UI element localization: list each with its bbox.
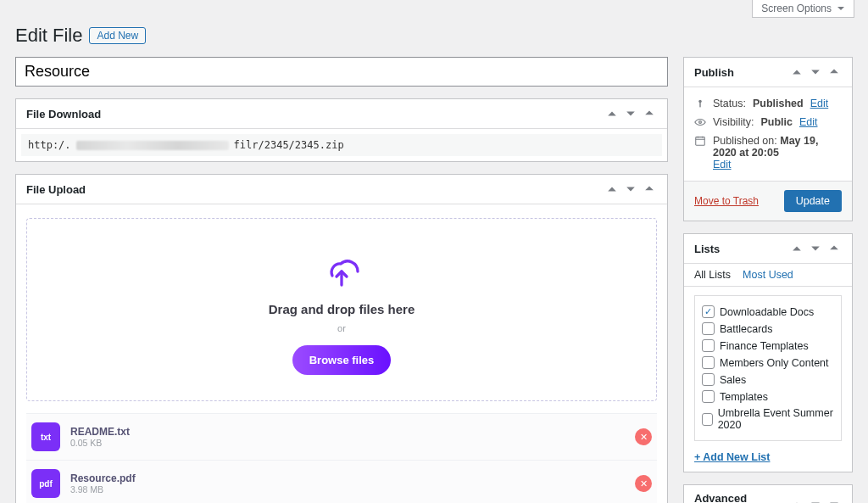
checkbox[interactable] (702, 413, 713, 426)
file-download-title: File Download (26, 108, 101, 120)
visibility-edit-link[interactable]: Edit (799, 116, 818, 128)
file-name: Resource.pdf (70, 472, 625, 484)
update-button[interactable]: Update (784, 190, 842, 212)
dropzone[interactable]: Drag and drop files here or Browse files (26, 218, 657, 401)
list-item: Finance Templates (702, 339, 834, 352)
published-edit-link[interactable]: Edit (713, 159, 732, 170)
checkbox[interactable] (702, 373, 715, 386)
list-item: Downloadable Docs (702, 305, 834, 318)
file-upload-title: File Upload (26, 183, 86, 196)
dropzone-text: Drag and drop files here (44, 302, 639, 316)
eye-icon (694, 116, 706, 128)
move-top-icon[interactable] (826, 64, 842, 80)
checkbox[interactable] (702, 305, 715, 318)
advanced-options-title: Advanced Options (694, 492, 789, 503)
file-type-badge: pdf (31, 469, 60, 498)
status-edit-link[interactable]: Edit (810, 98, 829, 109)
svg-rect-1 (699, 102, 700, 107)
screen-options-label: Screen Options (761, 3, 832, 14)
download-url: http:/. filr/2345/2345.zip (21, 134, 662, 156)
add-new-button[interactable]: Add New (89, 27, 146, 44)
file-delete-button[interactable]: ✕ (635, 428, 652, 445)
collapse-down-icon[interactable] (623, 182, 638, 197)
list-item: Members Only Content (702, 356, 834, 369)
page-title: Edit File (15, 25, 82, 47)
list-item: Battlecards (702, 322, 834, 335)
file-name: README.txt (70, 426, 625, 438)
list-item-label: Templates (720, 391, 768, 403)
title-input[interactable] (15, 57, 668, 87)
collapse-up-icon[interactable] (604, 106, 620, 121)
move-top-icon[interactable] (826, 241, 842, 256)
file-size: 0.05 KB (70, 438, 625, 448)
lists-title: Lists (694, 243, 720, 255)
collapse-up-icon[interactable] (789, 241, 804, 256)
browse-files-button[interactable]: Browse files (292, 345, 392, 375)
list-item: Templates (702, 390, 834, 403)
tab-most-used[interactable]: Most Used (743, 269, 793, 281)
move-top-icon[interactable] (642, 106, 657, 121)
advanced-options-box: Advanced Options (683, 484, 853, 503)
file-download-box: File Download http:/. filr/2345/2345.zip (15, 98, 668, 162)
toggle-icon[interactable] (826, 497, 842, 503)
list-item-label: Umbrella Event Summer 2020 (718, 407, 834, 431)
file-size: 3.98 MB (70, 484, 625, 495)
pin-icon (694, 98, 706, 109)
collapse-down-icon[interactable] (808, 64, 823, 80)
list-item: Umbrella Event Summer 2020 (702, 407, 834, 431)
file-type-badge: txt (31, 422, 60, 451)
file-delete-button[interactable]: ✕ (635, 475, 652, 492)
move-top-icon[interactable] (642, 182, 657, 197)
file-row: txtREADME.txt0.05 KB✕ (26, 413, 657, 460)
svg-point-2 (699, 121, 702, 124)
list-item-label: Members Only Content (720, 357, 829, 369)
collapse-down-icon[interactable] (808, 241, 823, 256)
upload-cloud-icon (323, 253, 360, 290)
tab-all-lists[interactable]: All Lists (694, 269, 731, 281)
file-upload-box: File Upload (15, 174, 668, 503)
svg-rect-3 (696, 137, 705, 146)
publish-title: Publish (694, 66, 734, 79)
checkbox[interactable] (702, 322, 715, 335)
checkbox[interactable] (702, 339, 715, 352)
collapse-up-icon[interactable] (789, 64, 804, 80)
screen-options-toggle[interactable]: Screen Options (752, 0, 854, 18)
add-new-list-link[interactable]: + Add New List (694, 451, 770, 463)
list-item-label: Finance Templates (720, 340, 809, 352)
list-item-label: Sales (720, 374, 746, 386)
list-item-label: Downloadable Docs (720, 306, 814, 318)
calendar-icon (694, 135, 706, 147)
list-item-label: Battlecards (720, 323, 773, 335)
collapse-down-icon[interactable] (808, 497, 823, 503)
publish-box: Publish Status: Published Edit (683, 57, 853, 221)
chevron-down-icon (837, 4, 845, 13)
file-row: pdfResource.pdf3.98 MB✕ (26, 460, 657, 503)
list-item: Sales (702, 373, 834, 386)
checkbox[interactable] (702, 390, 715, 403)
move-to-trash-link[interactable]: Move to Trash (694, 195, 759, 207)
collapse-up-icon[interactable] (789, 497, 804, 503)
collapse-up-icon[interactable] (604, 182, 620, 197)
dropzone-or: or (44, 323, 639, 333)
checkbox[interactable] (702, 356, 715, 369)
collapse-down-icon[interactable] (623, 106, 638, 121)
redacted-segment (76, 141, 229, 150)
lists-box: Lists All Lists Most Used Downloadable D… (683, 233, 853, 472)
